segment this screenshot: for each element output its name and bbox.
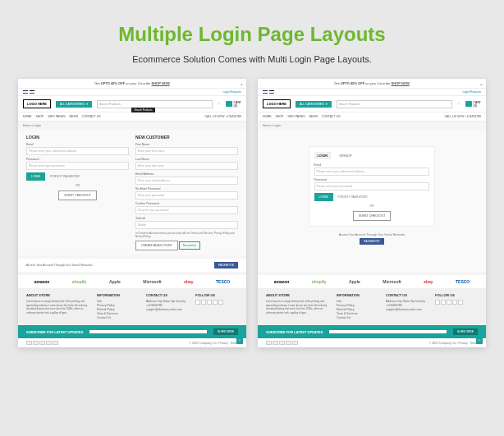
brands-row: amazonshopifyAppleMicrosoftebayTESCO — [18, 275, 246, 288]
password-field[interactable]: Please enter your password — [26, 162, 129, 170]
back-to-top[interactable]: ^ — [236, 337, 243, 344]
logo[interactable]: LOGO HERE — [23, 99, 51, 108]
guest-button[interactable]: GUEST CHECKOUT — [353, 211, 392, 221]
email2-field[interactable]: Enter your email address — [135, 177, 238, 185]
email-field[interactable]: Please enter your valid email address — [314, 168, 430, 176]
breadcrumb: Home > Login — [18, 122, 246, 130]
shop-now-link[interactable]: SHOP NOW — [392, 81, 410, 85]
tab-login[interactable]: LOGIN — [314, 152, 332, 159]
guest-button[interactable]: GUEST CHECKOUT — [58, 190, 97, 200]
password-field[interactable]: Please enter your password — [314, 182, 430, 190]
login-card: LOGINSIGNUP EmailPlease enter your valid… — [309, 146, 436, 227]
categories-button[interactable]: ALL CATEGORIES ▾ — [56, 101, 92, 108]
social-icons[interactable] — [195, 300, 238, 305]
pw-field[interactable]: Enter your password — [135, 191, 238, 200]
layout-1: × Get UPTO 40% OFF on your 1st order SHO… — [18, 79, 246, 347]
subscribe-button[interactable]: SUBSCRIBE — [213, 328, 238, 335]
forgot-link[interactable]: FORGOT PASSWORD — [50, 175, 80, 178]
shop-now-link[interactable]: SHOP NOW — [152, 81, 170, 85]
newcust-title: NEW CUSTOMER — [135, 135, 238, 140]
login-button[interactable]: LOGIN — [26, 172, 45, 181]
close-icon[interactable]: × — [480, 82, 483, 87]
layout-2: × Get UPTO 40% OFF on your 1st order SHO… — [258, 79, 486, 347]
lastname-field[interactable]: Enter your last name — [135, 162, 238, 170]
phone: CALL US NOW +123456789 — [204, 115, 241, 118]
search-input[interactable]: Search ProductsSearch Products — [97, 100, 213, 108]
firstname-field[interactable]: Enter your first name — [135, 147, 238, 155]
login-link[interactable]: Login/Register — [222, 90, 241, 94]
hero-title: Multiple Login Page Layouts — [0, 23, 504, 46]
search-tooltip: Search Products — [131, 108, 154, 112]
cpw-field[interactable]: Re-enter your password — [135, 206, 238, 214]
facebook-button[interactable]: FACEBOOK — [360, 238, 383, 245]
create-account-button[interactable]: CREATE AN ACCOUNT — [135, 241, 178, 250]
login-button[interactable]: LOGIN — [314, 193, 333, 201]
login-title: LOGIN — [26, 135, 129, 140]
language-flags[interactable] — [23, 90, 34, 94]
subscribe-input[interactable] — [89, 330, 206, 333]
tel-field[interactable]: Mobile — [135, 221, 238, 229]
nav-links[interactable]: HOMESHOPINFO PAGESNEWSCONTACT US — [23, 115, 101, 118]
newsletter-toggle[interactable]: Newsletter — [179, 241, 201, 250]
hero-subtitle: Ecommerce Solution Comes with Multi Logi… — [0, 54, 504, 64]
facebook-button[interactable]: FACEBOOK — [214, 262, 238, 268]
forgot-link[interactable]: FORGOT PASSWORD — [338, 195, 368, 199]
promo-bar: Get UPTO 40% OFF on your 1st order SHOP … — [18, 79, 246, 89]
cart-button[interactable]: CART(3) — [226, 101, 241, 108]
close-icon[interactable]: × — [241, 82, 243, 87]
tab-signup[interactable]: SIGNUP — [336, 152, 355, 159]
back-to-top[interactable]: ^ — [476, 337, 483, 344]
email-field[interactable]: Please enter your valid email address — [26, 147, 129, 155]
